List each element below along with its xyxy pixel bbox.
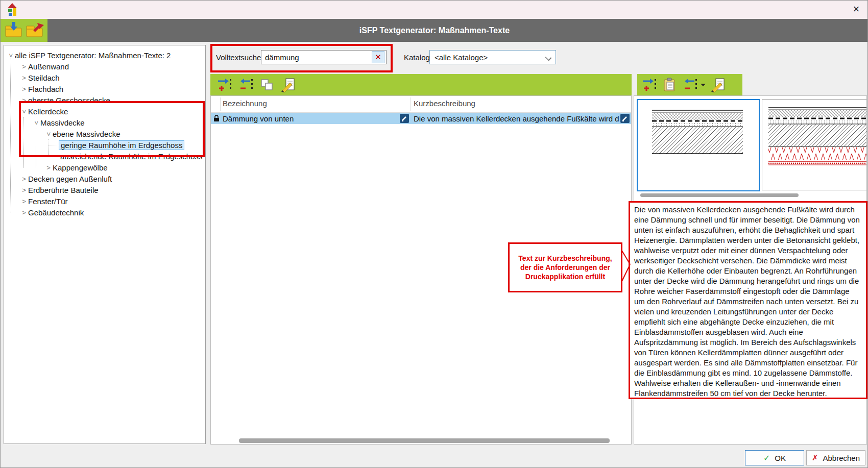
chevron-collapsed-icon[interactable]: > [20,175,28,183]
chevron-collapsed-icon[interactable]: > [20,186,28,194]
chevron-collapsed-icon[interactable]: > [20,209,28,216]
tree-item-label: Erdberührte Bauteile [28,186,99,194]
import-folder-icon[interactable] [4,21,23,39]
tree-item-label: alle iSFP Textgenerator: Maßnahmen-Texte… [15,51,171,60]
remove-image-icon[interactable] [682,77,697,92]
chevron-collapsed-icon[interactable]: > [20,74,28,82]
tree-item-oberste-geschossdecke[interactable]: > oberste Geschossdecke [1,94,221,106]
tree-item-flachdach[interactable]: > Flachdach [1,83,221,94]
chevron-expanded-icon[interactable]: > [20,107,28,115]
tree-item-label: Kellerdecke [28,107,68,116]
catalog-label: Katalog [404,50,430,64]
tree-item-label: oberste Geschossdecke [28,96,110,105]
tree-item-label: Flachdach [28,85,63,93]
edit-name-icon[interactable] [400,114,409,123]
horizontal-scrollbar[interactable] [239,438,610,443]
title-bar [1,1,868,19]
catalog-select-value: <alle Kataloge> [435,53,488,62]
catalog-select[interactable]: <alle Kataloge> [429,50,556,64]
tree-item-root[interactable]: > alle iSFP Textgenerator: Maßnahmen-Tex… [1,50,208,61]
table-header: Bezeichnung Kurzbeschreibung [211,96,631,113]
file-toolbar [1,19,47,42]
column-separator [411,97,411,111]
tree-item-label: Steildach [28,73,60,82]
copy-icon[interactable] [259,77,275,92]
chevron-collapsed-icon[interactable]: > [44,164,53,171]
tree-item-label-selected: geringe Raumhöhe im Erdgeschoss [59,140,184,150]
image-toolbar [637,74,742,95]
app-logo-icon [7,3,18,17]
annotation-connector-line [617,235,638,297]
table-row[interactable]: Dämmung von unten Die von massiven Kelle… [211,113,631,124]
tree-item-gebaeudetechnik[interactable]: > Gebäudetechnik [1,207,221,218]
paste-icon[interactable] [662,77,677,92]
chevron-expanded-icon[interactable]: > [45,130,53,138]
chevron-collapsed-icon[interactable]: > [20,63,28,70]
edit-description-icon[interactable] [620,114,630,123]
search-clear-button[interactable]: ✕ [372,51,384,63]
chevron-expanded-icon[interactable]: > [7,51,15,59]
remove-entry-icon[interactable] [238,77,253,92]
tree-item-label: Gebäudetechnik [28,208,84,217]
tree-item-kappengewoelbe[interactable]: > Kappengewölbe [1,162,246,173]
add-entry-icon[interactable] [216,77,232,92]
ok-button[interactable]: ✓ OK [745,450,804,465]
ceiling-section-thumbnail-2[interactable] [762,99,867,190]
export-folder-icon[interactable] [26,21,45,39]
search-input[interactable] [261,50,387,64]
tree-item-label: Decken gegen Außenluft [28,175,112,183]
chevron-collapsed-icon[interactable]: > [20,85,28,93]
menu-bar [1,19,868,42]
tree-item-steildach[interactable]: > Steildach [1,72,221,83]
cancel-button-label: Abbrechen [823,454,860,462]
row-name-cell: Dämmung von unten [223,113,400,124]
tree-item-erdberuehrte-bauteile[interactable]: > Erdberührte Bauteile [1,184,221,195]
ceiling-section-thumbnail-selected[interactable] [637,99,760,191]
check-icon: ✓ [763,453,770,463]
tree-item-aussenwand[interactable]: > Außenwand [1,61,221,72]
tree-item-label: Kappengewölbe [53,163,108,172]
edit-text-icon[interactable] [281,77,296,92]
thumbnail-scrollbar[interactable] [640,193,799,197]
isfp-textgenerator-dialog: × iSFP Textgenerator: Maßnahmen-Texte > … [0,0,868,468]
dropdown-caret-icon[interactable] [701,84,706,86]
row-description-cell: Die von massiven Kellerdecken ausgehende… [414,113,619,124]
text-list-toolbar [210,74,632,95]
tree-item-label: Fenster/Tür [28,197,68,206]
tree-item-label: Außenwand [28,62,69,71]
column-header-bezeichnung[interactable]: Bezeichnung [223,99,267,108]
chevron-expanded-icon[interactable]: > [33,118,40,127]
tree-item-label: ebene Massivdecke [53,130,120,138]
tree-item-label: ausreichende Raumhöhe im Erdgeschoss [60,152,203,161]
lock-icon [213,114,220,122]
tree-item-kellerdecke[interactable]: > Kellerdecke [1,106,221,117]
cross-icon: ✗ [812,453,818,462]
add-image-icon[interactable] [641,77,657,92]
search-label: Volltextsuche [216,50,261,64]
tree-item-ebene-massivdecke[interactable]: > ebene Massivdecke [1,128,246,139]
chevron-collapsed-icon[interactable]: > [20,96,28,104]
close-icon[interactable]: × [848,2,864,17]
cancel-button[interactable]: ✗ Abbrechen [806,450,865,465]
chevron-collapsed-icon[interactable]: > [20,198,28,205]
chevron-down-icon [545,55,552,61]
ok-button-label: OK [775,454,786,462]
tree-item-fenster-tuer[interactable]: > Fenster/Tür [1,195,221,207]
annotation-callout: Text zur Kurzbeschreibung, der die Anfor… [508,242,622,292]
tree-item-massivdecke[interactable]: > Massivdecke [1,117,233,128]
edit-image-icon[interactable] [711,77,726,92]
tree-item-decken-gegen-aussenluft[interactable]: > Decken gegen Außenluft [1,173,221,184]
column-header-kurzbeschreibung[interactable]: Kurzbeschreibung [414,99,475,108]
column-separator [220,97,221,111]
tree-item-label: Massivdecke [40,118,85,127]
long-description-text[interactable]: Die von massiven Kellerdecken ausgehende… [629,201,867,399]
